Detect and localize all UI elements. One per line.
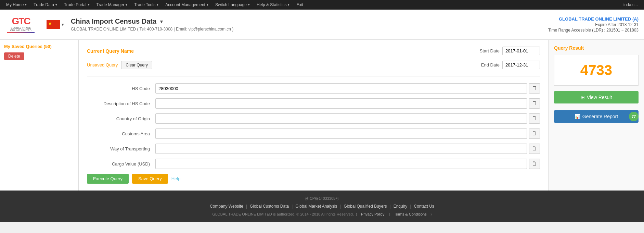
footer-links: Company Website | Global Customs Data | … bbox=[5, 203, 639, 209]
start-date-label: Start Date bbox=[479, 48, 500, 53]
footer-link-global-buyers[interactable]: Global Qualified Buyers bbox=[341, 203, 389, 209]
china-flag bbox=[47, 20, 60, 29]
form-row: Customs Area🗒 bbox=[87, 128, 540, 139]
terms-conditions-link[interactable]: Terms & Conditions bbox=[391, 211, 429, 217]
notification-badge: 77 bbox=[629, 112, 639, 121]
nav-trade-data[interactable]: Trade Data ▾ bbox=[30, 0, 61, 10]
chevron-down-icon: ▾ bbox=[25, 3, 27, 7]
delete-button[interactable]: Delete bbox=[4, 52, 24, 60]
field-lookup-icon[interactable]: 🗒 bbox=[529, 83, 540, 94]
field-lookup-icon[interactable]: 🗒 bbox=[529, 98, 540, 109]
header-title-area: China Import Census Data ▼ GLOBAL TRADE … bbox=[71, 17, 548, 32]
unsaved-query-label: Unsaved Query bbox=[87, 62, 118, 68]
footer: 苏ICP备14033305号 Company Website | Global … bbox=[0, 191, 644, 222]
field-input-hs-code[interactable] bbox=[155, 83, 527, 94]
flag-area: ▾ bbox=[47, 20, 64, 29]
action-buttons: Execute Query Save Query Help bbox=[87, 174, 540, 184]
field-label-hs-code: HS Code bbox=[87, 86, 155, 91]
top-navigation: My Home ▾ Trade Data ▾ Trade Portal ▾ Tr… bbox=[0, 0, 644, 10]
field-input-country-of-origin[interactable] bbox=[155, 113, 527, 124]
page-header: GTC GLOBAL TRADE ONLINE LIMITED ▾ China … bbox=[0, 10, 644, 40]
chevron-down-icon: ▾ bbox=[126, 3, 127, 7]
flag-dropdown[interactable]: ▾ bbox=[62, 22, 64, 27]
logo-area: GTC GLOBAL TRADE ONLINE LIMITED bbox=[5, 13, 36, 36]
view-result-container: ⊞ View Result bbox=[554, 91, 639, 107]
start-date-group: Start Date bbox=[479, 47, 540, 55]
form-row: Way of Transporting🗒 bbox=[87, 144, 540, 154]
field-lookup-icon[interactable]: 🗒 bbox=[529, 113, 540, 124]
view-result-button[interactable]: ⊞ View Result bbox=[554, 91, 639, 103]
result-number: 4733 bbox=[580, 62, 612, 78]
footer-link-global-market[interactable]: Global Market Analysis bbox=[293, 203, 340, 209]
main-layout: My Saved Queries (50) Delete Current Que… bbox=[0, 40, 644, 191]
header-subtitle: GLOBAL TRADE ONLINE LIMITED ( Tel: 400-7… bbox=[71, 27, 548, 32]
logo: GTC GLOBAL TRADE ONLINE LIMITED bbox=[5, 13, 36, 36]
nav-my-home[interactable]: My Home ▾ bbox=[3, 0, 30, 10]
start-date-input[interactable] bbox=[502, 47, 540, 55]
save-query-button[interactable]: Save Query bbox=[132, 174, 168, 184]
field-lookup-icon[interactable]: 🗒 bbox=[529, 159, 540, 169]
query-header: Current Query Name Start Date bbox=[87, 47, 540, 55]
generate-report-button[interactable]: 📊 Generate Report bbox=[554, 110, 639, 123]
sidebar: My Saved Queries (50) Delete bbox=[0, 40, 79, 191]
field-label-way-of-transporting: Way of Transporting bbox=[87, 146, 155, 151]
footer-link-company-website[interactable]: Company Website bbox=[207, 203, 246, 209]
company-name: GLOBAL TRADE ONLINE LIMITED (A) bbox=[548, 16, 639, 22]
field-label-cargo-value-(usd): Cargo Value (USD) bbox=[87, 161, 155, 167]
time-range: Time Range Accessible (LDR) : 201501 ~ 2… bbox=[548, 28, 639, 33]
right-panel: Query Result 4733 ⊞ View Result 📊 Genera… bbox=[548, 40, 644, 191]
footer-link-enquiry[interactable]: Enquiry bbox=[391, 203, 410, 209]
form-row: Country of Origin🗒 bbox=[87, 113, 540, 124]
nav-switch-language[interactable]: Switch Language ▾ bbox=[212, 0, 253, 10]
content-area: Current Query Name Start Date Unsaved Qu… bbox=[79, 40, 548, 191]
field-lookup-icon[interactable]: 🗒 bbox=[529, 144, 540, 154]
nav-exit[interactable]: Exit bbox=[293, 0, 307, 10]
field-input-cargo-value-(usd)[interactable] bbox=[155, 159, 527, 169]
sidebar-title: My Saved Queries (50) bbox=[4, 44, 74, 49]
chevron-down-icon: ▾ bbox=[207, 3, 208, 7]
field-input-description-of-hs-code[interactable] bbox=[155, 98, 527, 109]
clear-query-button[interactable]: Clear Query bbox=[121, 61, 152, 69]
nav-account-management[interactable]: Account Management ▾ bbox=[162, 0, 212, 10]
chevron-down-icon: ▾ bbox=[288, 3, 289, 7]
page-title: China Import Census Data ▼ bbox=[71, 17, 548, 25]
user-info: linda.c... bbox=[619, 2, 641, 7]
icp-text: 苏ICP备14033305号 bbox=[5, 196, 639, 201]
field-label-description-of-hs-code: Description of HS Code bbox=[87, 101, 155, 106]
query-name-label: Current Query Name bbox=[87, 48, 473, 54]
expire-info: Expire After 2018-12-31 bbox=[548, 22, 639, 27]
nav-trade-portal[interactable]: Trade Portal ▾ bbox=[61, 0, 93, 10]
footer-copy: GLOBAL TRADE ONLINE LIMITED is authorize… bbox=[5, 212, 639, 216]
nav-trade-tools[interactable]: Trade Tools ▾ bbox=[131, 0, 162, 10]
form-fields: HS Code🗒Description of HS Code🗒Country o… bbox=[87, 83, 540, 169]
chevron-down-icon: ▾ bbox=[55, 3, 57, 7]
nav-help-statistics[interactable]: Help & Statistics ▾ bbox=[253, 0, 293, 10]
end-date-label: End Date bbox=[481, 62, 500, 68]
field-input-way-of-transporting[interactable] bbox=[155, 144, 527, 154]
field-label-customs-area: Customs Area bbox=[87, 131, 155, 136]
form-row: HS Code🗒 bbox=[87, 83, 540, 94]
form-row: Cargo Value (USD)🗒 bbox=[87, 159, 540, 169]
field-input-customs-area[interactable] bbox=[155, 128, 527, 139]
footer-link-contact-us[interactable]: Contact Us bbox=[411, 203, 437, 209]
field-lookup-icon[interactable]: 🗒 bbox=[529, 128, 540, 139]
execute-query-button[interactable]: Execute Query bbox=[87, 174, 129, 184]
help-link[interactable]: Help bbox=[171, 176, 181, 181]
chevron-down-icon: ▾ bbox=[157, 3, 158, 7]
privacy-policy-link[interactable]: Privacy Policy bbox=[358, 211, 387, 217]
end-date-group: End Date bbox=[481, 61, 540, 69]
chart-icon: 📊 bbox=[575, 114, 580, 119]
field-label-country-of-origin: Country of Origin bbox=[87, 116, 155, 121]
title-dropdown-icon[interactable]: ▼ bbox=[159, 19, 164, 24]
chevron-down-icon: ▾ bbox=[88, 3, 90, 7]
nav-trade-manager[interactable]: Trade Manager ▾ bbox=[93, 0, 131, 10]
footer-link-global-customs[interactable]: Global Customs Data bbox=[247, 203, 292, 209]
chevron-down-icon: ▾ bbox=[248, 3, 250, 7]
header-right: GLOBAL TRADE ONLINE LIMITED (A) Expire A… bbox=[548, 16, 639, 33]
result-box: 4733 bbox=[554, 55, 639, 86]
form-row: Description of HS Code🗒 bbox=[87, 98, 540, 109]
query-result-title: Query Result bbox=[554, 45, 584, 51]
end-date-input[interactable] bbox=[502, 61, 540, 69]
grid-icon: ⊞ bbox=[581, 95, 585, 100]
divider bbox=[87, 76, 540, 76]
